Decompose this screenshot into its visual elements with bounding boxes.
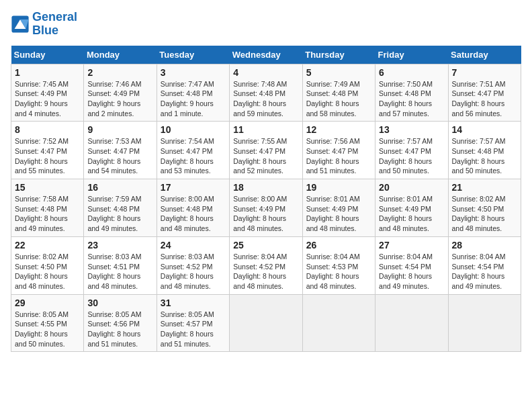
calendar-body: 1Sunrise: 7:45 AMSunset: 4:49 PMDaylight… bbox=[11, 64, 521, 352]
day-number: 6 bbox=[379, 67, 444, 78]
weekday-friday: Friday bbox=[375, 46, 448, 64]
calendar-cell: 21Sunrise: 8:02 AMSunset: 4:50 PMDayligh… bbox=[448, 179, 521, 237]
calendar-cell bbox=[302, 294, 375, 352]
day-number: 23 bbox=[87, 240, 152, 250]
weekday-wednesday: Wednesday bbox=[230, 46, 302, 64]
calendar-cell bbox=[448, 294, 521, 352]
day-number: 28 bbox=[452, 240, 517, 250]
calendar-cell: 16Sunrise: 7:59 AMSunset: 4:48 PMDayligh… bbox=[84, 179, 157, 237]
weekday-thursday: Thursday bbox=[302, 46, 375, 64]
calendar-cell: 27Sunrise: 8:04 AMSunset: 4:54 PMDayligh… bbox=[375, 236, 448, 294]
logo: General Blue bbox=[11, 11, 77, 38]
day-info: Sunrise: 8:01 AMSunset: 4:49 PMDaylight:… bbox=[379, 194, 444, 234]
calendar-cell bbox=[230, 294, 302, 352]
day-number: 27 bbox=[379, 240, 444, 250]
calendar-cell: 11Sunrise: 7:55 AMSunset: 4:47 PMDayligh… bbox=[230, 122, 302, 179]
calendar-cell: 18Sunrise: 8:00 AMSunset: 4:49 PMDayligh… bbox=[230, 179, 302, 237]
day-info: Sunrise: 8:00 AMSunset: 4:48 PMDaylight:… bbox=[161, 194, 226, 234]
calendar-cell: 14Sunrise: 7:57 AMSunset: 4:48 PMDayligh… bbox=[448, 122, 521, 179]
weekday-saturday: Saturday bbox=[448, 46, 521, 64]
day-number: 26 bbox=[306, 240, 371, 250]
calendar-week-4: 22Sunrise: 8:02 AMSunset: 4:50 PMDayligh… bbox=[11, 236, 521, 294]
calendar-cell: 22Sunrise: 8:02 AMSunset: 4:50 PMDayligh… bbox=[11, 236, 84, 294]
calendar-cell: 17Sunrise: 8:00 AMSunset: 4:48 PMDayligh… bbox=[157, 179, 229, 237]
day-info: Sunrise: 8:03 AMSunset: 4:51 PMDaylight:… bbox=[87, 252, 152, 291]
calendar-cell: 30Sunrise: 8:05 AMSunset: 4:56 PMDayligh… bbox=[84, 294, 157, 352]
calendar-cell: 24Sunrise: 8:03 AMSunset: 4:52 PMDayligh… bbox=[157, 236, 229, 294]
calendar-cell: 1Sunrise: 7:45 AMSunset: 4:49 PMDaylight… bbox=[11, 64, 84, 122]
day-info: Sunrise: 8:05 AMSunset: 4:55 PMDaylight:… bbox=[15, 310, 80, 349]
calendar-cell: 7Sunrise: 7:51 AMSunset: 4:47 PMDaylight… bbox=[448, 64, 521, 122]
calendar-cell: 28Sunrise: 8:04 AMSunset: 4:54 PMDayligh… bbox=[448, 236, 521, 294]
calendar-cell: 3Sunrise: 7:47 AMSunset: 4:48 PMDaylight… bbox=[157, 64, 229, 122]
day-number: 12 bbox=[306, 124, 371, 135]
calendar-cell: 19Sunrise: 8:01 AMSunset: 4:49 PMDayligh… bbox=[302, 179, 375, 237]
day-number: 19 bbox=[306, 182, 371, 193]
weekday-tuesday: Tuesday bbox=[157, 46, 229, 64]
day-info: Sunrise: 8:04 AMSunset: 4:54 PMDaylight:… bbox=[452, 252, 517, 291]
day-number: 24 bbox=[161, 240, 226, 250]
day-info: Sunrise: 7:49 AMSunset: 4:48 PMDaylight:… bbox=[306, 79, 371, 119]
day-number: 29 bbox=[15, 298, 80, 308]
day-number: 11 bbox=[233, 124, 298, 135]
day-number: 25 bbox=[233, 240, 298, 250]
day-info: Sunrise: 8:05 AMSunset: 4:56 PMDaylight:… bbox=[87, 310, 152, 349]
day-info: Sunrise: 8:02 AMSunset: 4:50 PMDaylight:… bbox=[15, 252, 80, 291]
weekday-header-row: SundayMondayTuesdayWednesdayThursdayFrid… bbox=[11, 46, 521, 64]
calendar-cell bbox=[375, 294, 448, 352]
day-number: 22 bbox=[15, 240, 80, 250]
calendar-header: SundayMondayTuesdayWednesdayThursdayFrid… bbox=[11, 46, 521, 64]
day-number: 20 bbox=[379, 182, 444, 193]
day-info: Sunrise: 7:59 AMSunset: 4:48 PMDaylight:… bbox=[87, 194, 152, 234]
calendar-week-5: 29Sunrise: 8:05 AMSunset: 4:55 PMDayligh… bbox=[11, 294, 521, 352]
calendar-week-1: 1Sunrise: 7:45 AMSunset: 4:49 PMDaylight… bbox=[11, 64, 521, 122]
day-info: Sunrise: 7:48 AMSunset: 4:48 PMDaylight:… bbox=[233, 79, 298, 119]
header: General Blue bbox=[11, 11, 521, 38]
weekday-sunday: Sunday bbox=[11, 46, 84, 64]
day-info: Sunrise: 7:53 AMSunset: 4:47 PMDaylight:… bbox=[87, 136, 152, 176]
day-info: Sunrise: 7:50 AMSunset: 4:48 PMDaylight:… bbox=[379, 79, 444, 119]
calendar-cell: 29Sunrise: 8:05 AMSunset: 4:55 PMDayligh… bbox=[11, 294, 84, 352]
calendar-cell: 5Sunrise: 7:49 AMSunset: 4:48 PMDaylight… bbox=[302, 64, 375, 122]
logo-text: General Blue bbox=[32, 11, 77, 38]
day-number: 8 bbox=[15, 124, 80, 135]
day-info: Sunrise: 7:45 AMSunset: 4:49 PMDaylight:… bbox=[15, 79, 80, 119]
day-info: Sunrise: 7:58 AMSunset: 4:48 PMDaylight:… bbox=[15, 194, 80, 234]
calendar-week-2: 8Sunrise: 7:52 AMSunset: 4:47 PMDaylight… bbox=[11, 122, 521, 179]
day-number: 31 bbox=[161, 298, 226, 308]
calendar-cell: 26Sunrise: 8:04 AMSunset: 4:53 PMDayligh… bbox=[302, 236, 375, 294]
calendar-cell: 23Sunrise: 8:03 AMSunset: 4:51 PMDayligh… bbox=[84, 236, 157, 294]
day-number: 2 bbox=[87, 67, 152, 78]
calendar-cell: 15Sunrise: 7:58 AMSunset: 4:48 PMDayligh… bbox=[11, 179, 84, 237]
day-number: 30 bbox=[87, 298, 152, 308]
weekday-monday: Monday bbox=[84, 46, 157, 64]
calendar-cell: 13Sunrise: 7:57 AMSunset: 4:47 PMDayligh… bbox=[375, 122, 448, 179]
day-info: Sunrise: 7:57 AMSunset: 4:48 PMDaylight:… bbox=[452, 136, 517, 176]
day-number: 17 bbox=[161, 182, 226, 193]
calendar-table: SundayMondayTuesdayWednesdayThursdayFrid… bbox=[11, 46, 521, 353]
day-number: 15 bbox=[15, 182, 80, 193]
day-info: Sunrise: 8:04 AMSunset: 4:52 PMDaylight:… bbox=[233, 252, 298, 291]
day-number: 14 bbox=[452, 124, 517, 135]
day-info: Sunrise: 7:54 AMSunset: 4:47 PMDaylight:… bbox=[161, 136, 226, 176]
day-info: Sunrise: 7:57 AMSunset: 4:47 PMDaylight:… bbox=[379, 136, 444, 176]
day-number: 4 bbox=[233, 67, 298, 78]
calendar-cell: 6Sunrise: 7:50 AMSunset: 4:48 PMDaylight… bbox=[375, 64, 448, 122]
day-info: Sunrise: 8:03 AMSunset: 4:52 PMDaylight:… bbox=[161, 252, 226, 291]
calendar-cell: 20Sunrise: 8:01 AMSunset: 4:49 PMDayligh… bbox=[375, 179, 448, 237]
day-info: Sunrise: 8:04 AMSunset: 4:54 PMDaylight:… bbox=[379, 252, 444, 291]
calendar-week-3: 15Sunrise: 7:58 AMSunset: 4:48 PMDayligh… bbox=[11, 179, 521, 237]
day-number: 9 bbox=[87, 124, 152, 135]
day-number: 16 bbox=[87, 182, 152, 193]
calendar-cell: 10Sunrise: 7:54 AMSunset: 4:47 PMDayligh… bbox=[157, 122, 229, 179]
calendar-cell: 9Sunrise: 7:53 AMSunset: 4:47 PMDaylight… bbox=[84, 122, 157, 179]
day-info: Sunrise: 7:47 AMSunset: 4:48 PMDaylight:… bbox=[161, 79, 226, 119]
calendar-cell: 31Sunrise: 8:05 AMSunset: 4:57 PMDayligh… bbox=[157, 294, 229, 352]
calendar-cell: 8Sunrise: 7:52 AMSunset: 4:47 PMDaylight… bbox=[11, 122, 84, 179]
day-info: Sunrise: 8:04 AMSunset: 4:53 PMDaylight:… bbox=[306, 252, 371, 291]
logo-icon bbox=[11, 15, 30, 34]
calendar-cell: 4Sunrise: 7:48 AMSunset: 4:48 PMDaylight… bbox=[230, 64, 302, 122]
day-number: 5 bbox=[306, 67, 371, 78]
day-info: Sunrise: 7:51 AMSunset: 4:47 PMDaylight:… bbox=[452, 79, 517, 119]
calendar-cell: 2Sunrise: 7:46 AMSunset: 4:49 PMDaylight… bbox=[84, 64, 157, 122]
